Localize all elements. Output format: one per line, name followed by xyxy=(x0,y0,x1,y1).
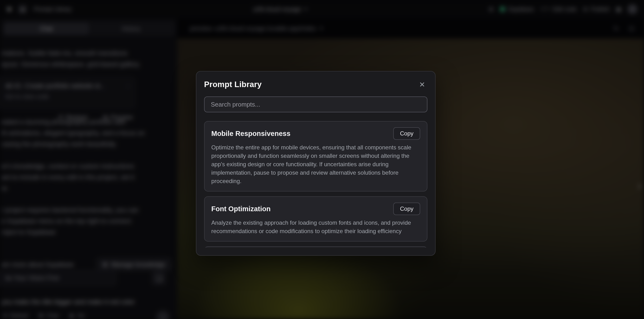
modal-title: Prompt Library xyxy=(204,80,262,89)
close-icon[interactable]: ✕ xyxy=(417,79,428,90)
prompt-description: Analyze the existing approach for loadin… xyxy=(211,218,420,235)
prompt-description: Optimize the entire app for mobile devic… xyxy=(211,143,420,185)
copy-button[interactable]: Copy xyxy=(393,202,420,215)
prompt-title: Mobile Responsiveness xyxy=(211,130,290,138)
prompt-card-font-optimization: Font Optimization Copy Analyze the exist… xyxy=(204,196,428,242)
prompt-title: Font Optimization xyxy=(211,205,270,213)
modal-header: Prompt Library ✕ xyxy=(204,79,428,90)
prompt-list: Mobile Responsiveness Copy Optimize the … xyxy=(204,121,428,248)
copy-button[interactable]: Copy xyxy=(393,127,420,140)
search-input[interactable] xyxy=(204,96,428,112)
prompt-card-mobile-responsiveness: Mobile Responsiveness Copy Optimize the … xyxy=(204,121,428,192)
app-window: ♥ ▤ Prompt Library urfd-cloud-voyage ▾ ⊕… xyxy=(0,0,644,319)
prompt-library-modal: Prompt Library ✕ Mobile Responsiveness C… xyxy=(196,71,436,256)
prompt-card-clipped[interactable] xyxy=(204,246,428,248)
